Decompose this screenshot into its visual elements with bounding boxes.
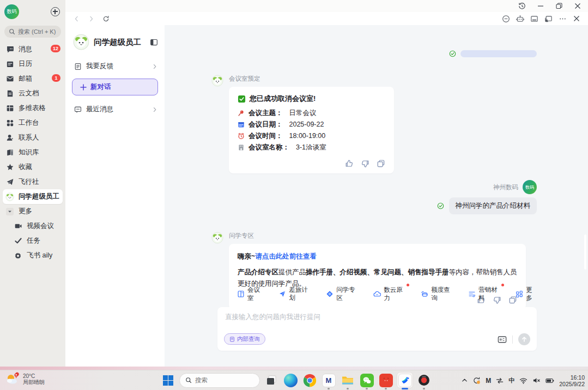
- sidebar-item-label: 工作台: [19, 118, 39, 128]
- sidebar-item-favorites[interactable]: 收藏: [3, 160, 63, 175]
- sidebar-item-label: 日历: [19, 59, 32, 69]
- chevron-right-icon: [151, 63, 158, 70]
- bot-avatar[interactable]: [211, 75, 223, 87]
- history-icon[interactable]: [518, 2, 526, 10]
- row-value: 日常会议: [289, 107, 317, 119]
- sidebar-item-mail[interactable]: 邮箱 1: [3, 71, 63, 86]
- global-search-input[interactable]: 搜索 (Ctrl + K): [4, 26, 61, 38]
- sidebar-item-knowledge[interactable]: 知识库: [3, 145, 63, 160]
- thumbs-down-icon[interactable]: [361, 159, 369, 168]
- weather-widget[interactable]: 20°C 局部晴朗: [5, 372, 45, 386]
- close-window-button[interactable]: [574, 2, 581, 10]
- task-view-button[interactable]: [264, 373, 279, 388]
- star-icon: [5, 163, 14, 172]
- chat-scrollbar[interactable]: [584, 235, 586, 269]
- back-icon[interactable]: [73, 15, 80, 22]
- sync-tray-icon[interactable]: [472, 376, 481, 385]
- edge-icon[interactable]: [283, 373, 298, 388]
- feishu-icon-active[interactable]: [397, 373, 413, 388]
- app-window: 数码 搜索 (Ctrl + K) 消息 12 日历 邮箱 1: [0, 0, 588, 367]
- sidebar-item-workbench[interactable]: 工作台: [3, 116, 63, 130]
- sidebar-item-calendar[interactable]: 日历: [3, 57, 63, 71]
- weather-temp: 20°C: [23, 373, 45, 380]
- user-avatar[interactable]: 数码: [4, 4, 19, 19]
- bot-avatar[interactable]: [211, 232, 223, 244]
- tray-expand-icon[interactable]: [462, 377, 468, 383]
- quick-action-chips: 会议室 差旅计划 问学专区 数云原力: [217, 286, 537, 302]
- start-button[interactable]: [160, 373, 175, 388]
- file-explorer-icon[interactable]: [340, 373, 355, 388]
- check-icon: [14, 237, 22, 245]
- network-transfer-icon[interactable]: [496, 377, 504, 384]
- chat-bubble-icon: [5, 45, 14, 54]
- avatar-text: 数码: [525, 184, 534, 190]
- chip-shuyun[interactable]: 数云原力: [373, 286, 406, 302]
- sidebar-item-aily[interactable]: 飞书 aily: [3, 248, 63, 263]
- avatar-text: 数码: [7, 8, 17, 15]
- chrome-icon[interactable]: [302, 373, 317, 388]
- sidebar-item-more[interactable]: 更多: [3, 204, 63, 219]
- row-value: 18:00-19:00: [289, 130, 326, 142]
- battery-icon[interactable]: [545, 378, 554, 383]
- m-tray-icon[interactable]: M: [486, 377, 491, 385]
- grid-more-icon: [516, 290, 523, 298]
- volume-muted-icon[interactable]: [532, 377, 541, 384]
- go-view-link[interactable]: 请点击此处前往查看: [255, 253, 317, 260]
- new-chat-button[interactable]: 新对话: [72, 79, 158, 95]
- plane-icon: [278, 290, 286, 298]
- sidebar-item-messages[interactable]: 消息 12: [3, 42, 63, 57]
- recent-messages-item[interactable]: 最近消息: [65, 100, 165, 119]
- taskbar-search[interactable]: [179, 373, 260, 388]
- chip-more[interactable]: 更多: [516, 286, 537, 302]
- recorder-app-icon[interactable]: [416, 373, 432, 388]
- collapse-panel-icon[interactable]: [150, 38, 158, 46]
- wifi-icon[interactable]: [519, 377, 528, 384]
- close-chat-icon[interactable]: [573, 15, 580, 22]
- copy-icon[interactable]: [377, 159, 385, 168]
- sidebar-item-base[interactable]: 多维表格: [3, 101, 63, 116]
- feedback-item[interactable]: 我要反馈: [65, 57, 165, 76]
- search-icon: [185, 377, 192, 383]
- sidebar-item-tasks[interactable]: 任务: [3, 233, 63, 248]
- agent-panel: 问学超级员工 我要反馈 新对话 最近消息: [65, 25, 165, 367]
- chip-label: 数云原力: [384, 286, 406, 302]
- chip-travel-plan[interactable]: 差旅计划: [278, 286, 311, 302]
- thumbs-up-icon[interactable]: [345, 159, 354, 168]
- internal-query-chip[interactable]: 内部查询: [224, 333, 265, 345]
- add-icon[interactable]: [51, 7, 60, 16]
- taskbar-clock[interactable]: 16:10 2025/9/22: [559, 374, 585, 387]
- minimize-button[interactable]: [537, 2, 544, 10]
- chip-wenxue-zone[interactable]: 问学专区: [326, 286, 359, 302]
- wechat-icon[interactable]: [359, 373, 374, 388]
- send-button[interactable]: [518, 333, 530, 345]
- shortcut-keyboard-icon[interactable]: [498, 335, 507, 344]
- body-segment: 产品介绍专区: [238, 268, 278, 276]
- red-cat-app-icon[interactable]: [378, 373, 393, 388]
- body-segment: 操作手册、介绍视频、常见问题、销售指导手册: [306, 268, 449, 276]
- taskbar-search-input[interactable]: [195, 377, 250, 383]
- sidebar-item-contacts[interactable]: 联系人: [3, 130, 63, 145]
- chip-meeting-room[interactable]: 会议室: [237, 286, 264, 302]
- sidebar-item-label: 问学超级员工: [19, 192, 59, 201]
- user-avatar[interactable]: 数码: [523, 180, 537, 194]
- quota-coin-icon: [421, 290, 428, 298]
- tab-layout-icon[interactable]: [544, 15, 553, 23]
- robot-icon[interactable]: [516, 15, 524, 23]
- forward-icon[interactable]: [88, 15, 95, 22]
- m-app-icon[interactable]: M: [321, 373, 336, 388]
- chip-marketing-material[interactable]: 营销材料: [468, 286, 501, 302]
- message-input[interactable]: [225, 313, 529, 321]
- sidebar-item-video-meeting[interactable]: 视频会议: [3, 219, 63, 233]
- running-indicator: [347, 388, 349, 389]
- emoji-bubble-icon[interactable]: [502, 15, 510, 23]
- sidebar-item-flyclub[interactable]: 飞行社: [3, 175, 63, 189]
- ime-indicator[interactable]: 中: [508, 376, 514, 385]
- row-label: 会议主题：: [248, 107, 283, 119]
- restore-button[interactable]: [555, 2, 563, 10]
- chip-quota-query[interactable]: 额度查询: [421, 286, 453, 302]
- sidebar-item-clouddocs[interactable]: 云文档: [3, 86, 63, 101]
- sidebar-item-wenxue-agent[interactable]: 问学超级员工: [3, 189, 63, 204]
- more-icon[interactable]: [559, 15, 567, 23]
- refresh-icon[interactable]: [102, 15, 110, 22]
- video-window-icon[interactable]: [530, 15, 538, 23]
